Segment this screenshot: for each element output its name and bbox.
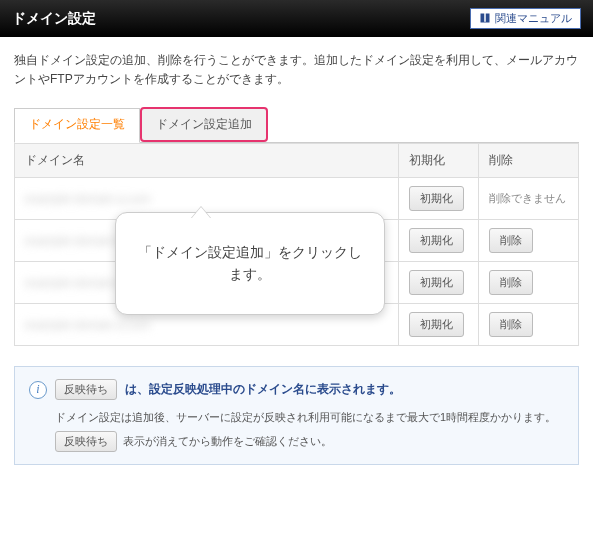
delete-button[interactable]: 削除 [489,270,533,295]
col-header-domain: ドメイン名 [15,144,399,178]
instruction-callout: 「ドメイン設定追加」をクリックします。 [115,212,385,315]
delete-disabled-text: 削除できません [489,192,566,204]
page-title: ドメイン設定 [12,10,96,28]
info-line2: ドメイン設定は追加後、サーバーに設定が反映され利用可能になるまで最大で1時間程度… [29,408,564,427]
tab-domain-list[interactable]: ドメイン設定一覧 [14,108,140,143]
init-button[interactable]: 初期化 [409,228,464,253]
related-manual-button[interactable]: 関連マニュアル [470,8,581,29]
init-button[interactable]: 初期化 [409,186,464,211]
info-box: i 反映待ち は、設定反映処理中のドメイン名に表示されます。 ドメイン設定は追加… [14,366,579,465]
domain-name-cell: example-domain-a.com [25,192,150,206]
info-line3: 表示が消えてから動作をご確認ください。 [123,434,332,449]
tabs: ドメイン設定一覧 ドメイン設定追加 [14,107,579,143]
delete-button[interactable]: 削除 [489,228,533,253]
related-manual-label: 関連マニュアル [495,11,572,26]
info-icon: i [29,381,47,399]
tab-domain-add[interactable]: ドメイン設定追加 [140,107,268,142]
page-header: ドメイン設定 関連マニュアル [0,0,593,37]
domain-name-cell: example-domain-d.com [25,318,150,332]
init-button[interactable]: 初期化 [409,270,464,295]
info-line1: は、設定反映処理中のドメイン名に表示されます。 [125,381,401,398]
col-header-init: 初期化 [399,144,479,178]
col-header-delete: 削除 [479,144,579,178]
book-icon [479,12,491,26]
delete-button[interactable]: 削除 [489,312,533,337]
pending-badge: 反映待ち [55,379,117,400]
page-description: 独自ドメイン設定の追加、削除を行うことができます。追加したドメイン設定を利用して… [14,51,579,89]
init-button[interactable]: 初期化 [409,312,464,337]
pending-badge: 反映待ち [55,431,117,452]
